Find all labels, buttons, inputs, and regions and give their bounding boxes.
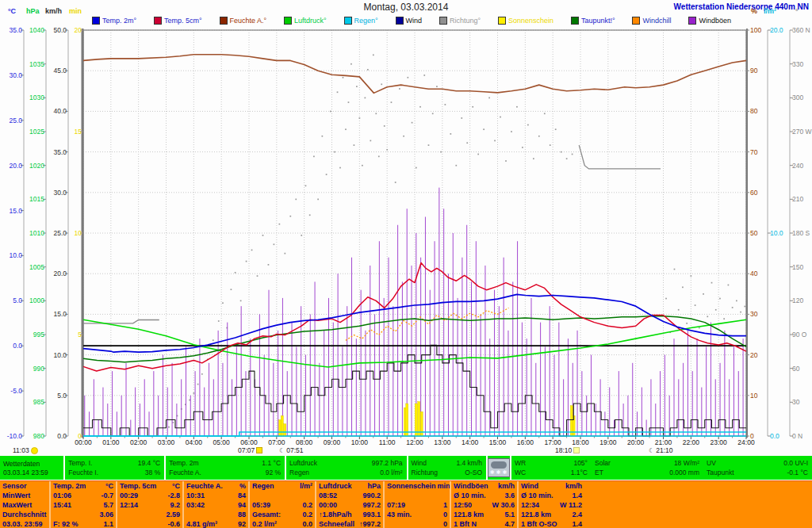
cell-sublabel: Temp. 5cm xyxy=(120,481,156,491)
windspeed-axis-tick-label: 5.0 xyxy=(0,392,67,400)
legend-item-regen[interactable]: Regen° xyxy=(344,17,378,25)
legend-item-sonnenschein[interactable]: Sonnenschein xyxy=(498,17,553,25)
cell-sublabel: 1 Bft N xyxy=(454,519,477,528)
cell-value: 84 xyxy=(238,491,246,500)
cell-sublabel: Regen xyxy=(252,481,274,491)
cell-sublabel: 4.81 g/m³ xyxy=(186,519,217,528)
status-label: WR xyxy=(515,459,526,468)
stat-avg-col3: Gesamt:0.2 xyxy=(248,510,315,519)
cell-value: 1 xyxy=(443,500,447,510)
cell-value: -2.8 xyxy=(167,491,180,500)
row-label-text: MinWert xyxy=(2,491,30,500)
cell-value: hPa xyxy=(367,481,381,491)
cell-sublabel: 121.8 km xyxy=(454,510,484,519)
direction-axis-tick-label: 0 N xyxy=(792,432,812,440)
legend-item-temp-2m[interactable]: Temp. 2m° xyxy=(92,17,136,25)
cell-value: 0 xyxy=(443,519,447,528)
stat-min-col2: 10:3184 xyxy=(182,491,248,500)
status-value: 92 % xyxy=(266,469,281,477)
stat-min-col5 xyxy=(383,491,450,500)
taupunkt-swatch-icon xyxy=(571,17,579,25)
cell-value: 990.2 xyxy=(362,491,381,500)
stat-min-col1: 00:29-2.8 xyxy=(116,491,182,500)
windchill-swatch-icon xyxy=(632,17,640,25)
sunset-marker-time: 18:10 xyxy=(555,446,572,454)
status-label: Luftdruck xyxy=(289,459,317,468)
direction-axis-tick-label: 300 xyxy=(792,94,812,101)
legend-item-temp-5cm[interactable]: Temp. 5cm° xyxy=(154,17,202,25)
stat-avg-col2: 88 xyxy=(182,510,248,519)
marker-1103: 11:03 xyxy=(13,446,38,454)
humidity-axis-tick-label: 60 xyxy=(750,189,771,197)
legend-item-windboeen[interactable]: Windböen xyxy=(688,17,731,25)
row-label-text: Durchschnitt xyxy=(2,510,47,519)
status-pair: Taupunkt-0.1 °C xyxy=(707,469,808,477)
direction-axis-tick-label: 180 S xyxy=(792,229,812,237)
status-label: ET xyxy=(595,469,603,477)
status-right-block: WR105°WC1.1°CSolar18 W/m²ET0.000 mmUV0.0… xyxy=(511,456,812,480)
legend-item-wind[interactable]: Wind xyxy=(396,17,423,25)
cell-sublabel: 00:29 xyxy=(120,491,138,500)
status-pair: ET0.000 mm xyxy=(595,469,699,477)
rain-axis-tick-label: 0.0 xyxy=(770,432,791,440)
windspeed-axis-tick-label: 45.0 xyxy=(0,67,67,75)
legend-item-taupunkt[interactable]: Taupunkt!° xyxy=(571,17,615,25)
cell-sublabel: Luftdruck xyxy=(319,481,352,491)
sunrise-icon xyxy=(256,447,262,453)
humidity-axis-tick-label: 40 xyxy=(750,270,771,277)
current-conditions-bar: Wetterdaten03.03.14 23:59Temp. I.19.4 °C… xyxy=(0,456,812,480)
legend-label: Temp. 5cm° xyxy=(164,17,202,25)
cell-sublabel: 0.2 l/m² xyxy=(252,519,277,528)
status-pair: Wind1.4 km/h xyxy=(412,459,482,468)
stat-avg-col5: 43 min.0 xyxy=(383,510,450,519)
sunrise-marker: 07:07 xyxy=(238,446,262,454)
status-pair: WC1.1°C xyxy=(515,469,588,477)
stat-cur-col3: 0.2 l/m²0.0 xyxy=(248,519,315,528)
time-label: 20:00 xyxy=(622,438,649,446)
cell-value: 993.1 xyxy=(362,510,381,519)
cell-value: 0.0 xyxy=(302,519,312,528)
legend-item-richtung[interactable]: Richtung° xyxy=(439,17,481,25)
cell-sublabel: 121.8 km xyxy=(521,510,551,519)
humidity-axis-tick-label: 100 xyxy=(750,26,771,34)
rain-axis-tick-label: 10.0 xyxy=(770,229,791,237)
status-value: 1.1 °C xyxy=(262,459,281,468)
direction-axis-unit-header: ° xyxy=(795,7,799,15)
chart-legend: Temp. 2m°Temp. 5cm°Feuchte A.°Luftdruck°… xyxy=(92,17,731,25)
weather-chart[interactable] xyxy=(0,0,812,528)
cell-value: 1.4 xyxy=(572,491,582,500)
time-label: 13:00 xyxy=(429,438,456,446)
legend-label: Temp. 2m° xyxy=(102,17,136,25)
legend-item-feuchte-a[interactable]: Feuchte A.° xyxy=(220,17,267,25)
row-label: MaxWert xyxy=(0,500,49,510)
direction-axis-tick-label: 360 N xyxy=(792,26,812,34)
time-label: 23:00 xyxy=(705,438,732,446)
legend-label: Richtung° xyxy=(450,17,481,25)
status-label: Feuchte I. xyxy=(68,469,98,477)
sonnenschein-series xyxy=(279,401,576,436)
cell-sublabel: 01:06 xyxy=(53,491,71,500)
moonrise-marker: ☾07:51 xyxy=(279,446,303,454)
humidity-axis-tick-label: 90 xyxy=(750,67,771,75)
row-label-text: MaxWert xyxy=(2,500,32,510)
stat-max-col4: 00:00997.2 xyxy=(315,500,383,510)
status-updated: Wetterdaten03.03.14 23:59 xyxy=(0,456,65,480)
legend-label: Taupunkt!° xyxy=(581,17,615,25)
legend-item-windchill[interactable]: Windchill xyxy=(632,17,671,25)
stat-min-col3 xyxy=(248,491,315,500)
humidity-axis-tick-label: 30 xyxy=(750,310,771,318)
temp-c-axis-tick-label: 0.0 xyxy=(0,342,22,350)
direction-axis-tick-label: 150 xyxy=(792,263,812,271)
time-label: 07:00 xyxy=(263,438,290,446)
cell-value: °C xyxy=(105,481,113,491)
stat-cur-col7: 1 Bft O-SO1.4 xyxy=(517,519,584,528)
legend-item-luftdruck[interactable]: Luftdruck° xyxy=(284,17,327,25)
status-wr-wc: WR105°WC1.1°C xyxy=(511,456,592,480)
daily-summary-table: SensorTemp. 2m°CTemp. 5cm°CFeuchte A.%Re… xyxy=(0,480,812,528)
time-label: 24:00 xyxy=(733,438,760,446)
pressure-axis-tick-label: 985 xyxy=(0,398,44,406)
regen-swatch-icon xyxy=(344,17,352,25)
direction-axis-tick-label: 330 xyxy=(792,60,812,68)
time-label: 17:00 xyxy=(539,438,566,446)
time-label: 15:00 xyxy=(485,438,511,446)
